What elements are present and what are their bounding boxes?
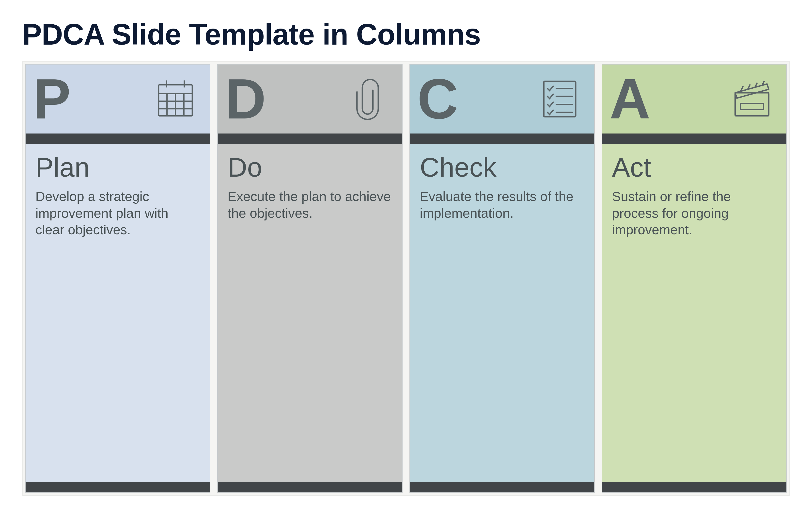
paperclip-icon (345, 77, 390, 121)
column-body: Check Evaluate the results of the implem… (410, 144, 594, 482)
calendar-icon (153, 77, 198, 121)
slide-title: PDCA Slide Template in Columns (22, 17, 790, 51)
slide: PDCA Slide Template in Columns P (0, 0, 812, 518)
column-letter: D (225, 71, 266, 127)
column-act: A Act Sustain or refine the proc (602, 64, 787, 493)
column-description: Evaluate the results of the implementati… (420, 188, 584, 221)
divider-bar (410, 134, 594, 144)
column-letter: C (417, 71, 458, 127)
column-do: D Do Execute the plan to achieve the obj… (217, 64, 403, 493)
clapperboard-icon (730, 77, 774, 121)
column-footer-bar (602, 482, 786, 492)
divider-bar (218, 134, 402, 144)
column-plan: P Plan (25, 64, 210, 493)
column-word: Check (420, 154, 584, 181)
column-description: Develop a strategic improvement plan wit… (35, 188, 200, 238)
divider-bar (602, 134, 786, 144)
column-description: Sustain or refine the process for ongoin… (612, 188, 777, 238)
checklist-icon (538, 77, 582, 121)
column-description: Execute the plan to achieve the objectiv… (228, 188, 392, 221)
column-body: Do Execute the plan to achieve the objec… (218, 144, 402, 482)
column-word: Plan (35, 154, 200, 181)
column-footer-bar (410, 482, 594, 492)
column-header: P (26, 64, 210, 134)
column-body: Plan Develop a strategic improvement pla… (26, 144, 210, 482)
column-header: D (218, 64, 402, 134)
column-word: Do (228, 154, 392, 181)
column-header: A (602, 64, 786, 134)
svg-rect-20 (741, 104, 763, 110)
column-footer-bar (26, 482, 210, 492)
column-footer-bar (218, 482, 402, 492)
column-check: C Check (409, 64, 595, 493)
columns-wrap: P Plan (22, 61, 790, 496)
svg-rect-9 (544, 81, 576, 117)
column-body: Act Sustain or refine the process for on… (602, 144, 786, 482)
column-letter: P (33, 71, 70, 127)
column-header: C (410, 64, 594, 134)
column-word: Act (612, 154, 777, 181)
column-letter: A (609, 71, 650, 127)
divider-bar (26, 134, 210, 144)
